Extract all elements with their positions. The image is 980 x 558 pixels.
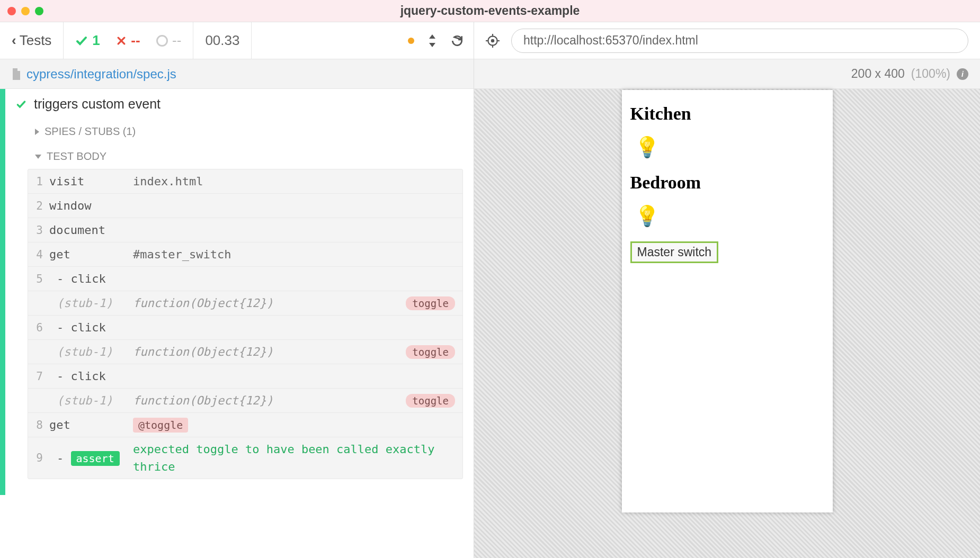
command-message: expected toggle to have been called exac…: [133, 437, 455, 479]
status-dot-icon: [408, 38, 414, 44]
spies-stubs-section[interactable]: SPIES / STUBS (1): [0, 119, 474, 144]
viewport-info-bar: 200 x 400 (100%) i: [474, 59, 980, 89]
test-title: triggers custom event: [34, 96, 161, 112]
bulb-icon[interactable]: 💡: [630, 136, 824, 159]
caret-right-icon: [35, 129, 39, 135]
url-bar[interactable]: http://localhost:65370/index.html: [511, 29, 968, 53]
duration: 00.33: [193, 22, 252, 59]
app-window: jquery-custom-events-example ‹ Tests 1 -…: [0, 0, 980, 558]
command-message: @toggle: [133, 418, 455, 431]
check-icon: [16, 99, 26, 110]
svg-point-5: [492, 39, 494, 41]
event-badge: toggle: [406, 394, 455, 408]
stats-passed: 1 -- --: [64, 22, 193, 59]
maximize-window-button[interactable]: [35, 7, 43, 15]
url-text: http://localhost:65370/index.html: [523, 33, 698, 48]
spec-file-path: cypress/integration/spec.js: [26, 67, 176, 82]
fail-count: --: [131, 32, 140, 49]
x-icon: [116, 35, 127, 46]
command-row[interactable]: (stub-1)function(Object{12})toggle: [28, 291, 462, 316]
room-heading-kitchen: Kitchen: [630, 104, 824, 124]
assert-badge: assert: [71, 451, 120, 466]
pending-count: --: [172, 32, 181, 49]
traffic-lights: [7, 7, 43, 15]
command-name: - click: [49, 370, 133, 383]
command-name: (stub-1): [49, 345, 133, 358]
command-name: - click: [49, 321, 133, 334]
command-name: - assert: [49, 452, 133, 465]
window-title: jquery-custom-events-example: [400, 4, 580, 18]
command-name: visit: [49, 175, 133, 188]
viewport-toggle-icon[interactable]: [428, 34, 436, 47]
alias-badge: @toggle: [133, 418, 188, 433]
command-row[interactable]: 1visitindex.html: [28, 169, 462, 194]
command-row[interactable]: 6- click: [28, 316, 462, 340]
aut-viewport-area: Kitchen 💡 Bedroom 💡 Master switch: [474, 89, 980, 558]
event-badge: toggle: [406, 296, 455, 310]
command-row[interactable]: (stub-1)function(Object{12})toggle: [28, 389, 462, 413]
bulb-icon[interactable]: 💡: [630, 204, 824, 228]
spec-file-bar[interactable]: cypress/integration/spec.js: [0, 59, 474, 89]
test-body-label: TEST BODY: [47, 150, 106, 163]
command-row[interactable]: 7- click: [28, 364, 462, 389]
titlebar: jquery-custom-events-example: [0, 0, 980, 22]
command-message: #master_switch: [133, 248, 455, 261]
pending-icon: [156, 35, 168, 47]
spies-stubs-label: SPIES / STUBS (1): [44, 125, 136, 138]
command-name: - click: [49, 272, 133, 285]
svg-marker-3: [429, 43, 435, 47]
back-label: Tests: [20, 32, 52, 49]
viewport-zoom: (100%): [911, 67, 950, 81]
command-message: function(Object{12}): [133, 394, 406, 407]
duration-text: 00.33: [205, 32, 239, 49]
command-number: 5: [28, 273, 49, 285]
command-name: get: [49, 248, 133, 261]
command-name: (stub-1): [49, 296, 133, 310]
check-icon: [75, 34, 88, 47]
file-icon: [12, 68, 21, 80]
reporter-toolbar: ‹ Tests 1 -- -- 00.33: [0, 22, 474, 59]
toolbar-right-controls: [252, 34, 474, 48]
command-row[interactable]: 4get#master_switch: [28, 242, 462, 267]
svg-marker-2: [429, 34, 435, 39]
command-number: 8: [28, 419, 49, 431]
command-row[interactable]: 3document: [28, 218, 462, 242]
command-message: index.html: [133, 175, 455, 188]
pass-count: 1: [92, 32, 100, 49]
aut-toolbar: http://localhost:65370/index.html: [474, 22, 980, 59]
command-row[interactable]: 2window: [28, 194, 462, 218]
test-header[interactable]: triggers custom event: [0, 89, 474, 119]
command-name: document: [49, 223, 133, 237]
command-message: function(Object{12}): [133, 296, 406, 310]
command-name: (stub-1): [49, 394, 133, 407]
restart-icon[interactable]: [450, 34, 464, 48]
command-number: 2: [28, 200, 49, 212]
command-row[interactable]: 9- assertexpected toggle to have been ca…: [28, 437, 462, 479]
room-heading-bedroom: Bedroom: [630, 173, 824, 193]
caret-down-icon: [35, 155, 41, 159]
command-number: 6: [28, 321, 49, 334]
event-badge: toggle: [406, 345, 455, 359]
command-number: 1: [28, 175, 49, 188]
aut-panel: http://localhost:65370/index.html 200 x …: [474, 22, 980, 558]
chevron-left-icon: ‹: [12, 32, 16, 49]
selector-playground-icon[interactable]: [486, 34, 500, 48]
command-row[interactable]: (stub-1)function(Object{12})toggle: [28, 340, 462, 364]
command-row[interactable]: 8get@toggle: [28, 413, 462, 437]
minimize-window-button[interactable]: [21, 7, 30, 15]
master-switch-button[interactable]: Master switch: [630, 241, 719, 263]
command-number: 3: [28, 224, 49, 237]
command-message: function(Object{12}): [133, 345, 406, 358]
info-icon[interactable]: i: [957, 68, 968, 80]
close-window-button[interactable]: [7, 7, 16, 15]
command-number: 4: [28, 248, 49, 261]
reporter-panel: ‹ Tests 1 -- -- 00.33: [0, 22, 474, 558]
command-log: 1visitindex.html2window3document4get#mas…: [0, 169, 474, 495]
command-row[interactable]: 5- click: [28, 267, 462, 291]
command-name: window: [49, 199, 133, 212]
test-body-section[interactable]: TEST BODY: [0, 144, 474, 169]
viewport-size: 200 x 400: [851, 67, 905, 81]
main-content: ‹ Tests 1 -- -- 00.33: [0, 22, 980, 558]
command-number: 7: [28, 370, 49, 383]
back-to-tests-button[interactable]: ‹ Tests: [0, 22, 64, 59]
